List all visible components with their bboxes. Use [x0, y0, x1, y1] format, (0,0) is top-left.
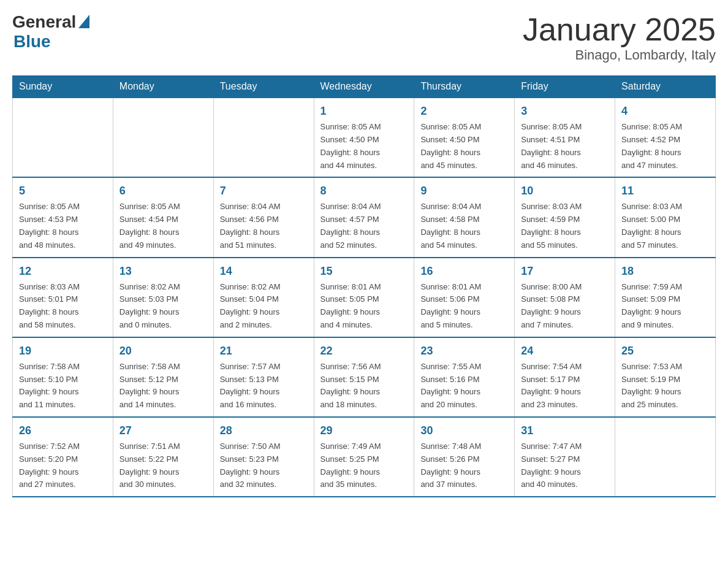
calendar-cell: 6Sunrise: 8:05 AMSunset: 4:54 PMDaylight…	[113, 177, 213, 257]
calendar-cell: 15Sunrise: 8:01 AMSunset: 5:05 PMDayligh…	[314, 258, 414, 337]
day-number: 8	[320, 183, 408, 199]
day-number: 16	[420, 263, 508, 280]
day-number: 11	[621, 183, 709, 199]
calendar-cell: 10Sunrise: 8:03 AMSunset: 4:59 PMDayligh…	[515, 177, 615, 257]
calendar-cell: 16Sunrise: 8:01 AMSunset: 5:06 PMDayligh…	[414, 258, 515, 337]
day-info: Sunrise: 7:48 AMSunset: 5:26 PMDaylight:…	[420, 440, 508, 491]
page-header: General Blue January 2025 Binago, Lombar…	[12, 12, 716, 63]
calendar-cell: 5Sunrise: 8:05 AMSunset: 4:53 PMDaylight…	[13, 177, 113, 257]
calendar-cell: 23Sunrise: 7:55 AMSunset: 5:16 PMDayligh…	[414, 337, 515, 417]
day-number: 23	[420, 343, 508, 359]
day-number: 20	[119, 343, 207, 359]
calendar-cell: 7Sunrise: 8:04 AMSunset: 4:56 PMDaylight…	[213, 177, 314, 257]
logo: General Blue	[12, 12, 89, 52]
calendar-cell: 2Sunrise: 8:05 AMSunset: 4:50 PMDaylight…	[414, 98, 515, 177]
day-info: Sunrise: 8:01 AMSunset: 5:05 PMDaylight:…	[320, 281, 408, 332]
calendar-cell: 4Sunrise: 8:05 AMSunset: 4:52 PMDaylight…	[615, 98, 716, 177]
day-number: 7	[220, 183, 308, 199]
day-info: Sunrise: 8:05 AMSunset: 4:50 PMDaylight:…	[420, 121, 508, 172]
day-number: 12	[19, 263, 107, 280]
weekday-header: Friday	[515, 76, 615, 98]
day-info: Sunrise: 8:02 AMSunset: 5:03 PMDaylight:…	[119, 281, 207, 332]
day-number: 5	[19, 183, 107, 199]
calendar-cell: 13Sunrise: 8:02 AMSunset: 5:03 PMDayligh…	[113, 258, 213, 337]
day-number: 19	[19, 343, 107, 359]
day-info: Sunrise: 7:58 AMSunset: 5:10 PMDaylight:…	[19, 361, 107, 412]
day-number: 18	[621, 263, 709, 280]
day-info: Sunrise: 8:01 AMSunset: 5:06 PMDaylight:…	[420, 281, 508, 332]
calendar-subtitle: Binago, Lombardy, Italy	[523, 47, 716, 63]
calendar-cell: 21Sunrise: 7:57 AMSunset: 5:13 PMDayligh…	[213, 337, 314, 417]
day-info: Sunrise: 7:51 AMSunset: 5:22 PMDaylight:…	[119, 440, 207, 491]
day-number: 2	[420, 103, 508, 120]
day-info: Sunrise: 7:56 AMSunset: 5:15 PMDaylight:…	[320, 361, 408, 412]
weekday-header: Thursday	[414, 76, 515, 98]
day-info: Sunrise: 7:54 AMSunset: 5:17 PMDaylight:…	[521, 361, 609, 412]
day-info: Sunrise: 8:03 AMSunset: 5:00 PMDaylight:…	[621, 201, 709, 251]
day-number: 30	[420, 423, 508, 439]
calendar-cell: 20Sunrise: 7:58 AMSunset: 5:12 PMDayligh…	[113, 337, 213, 417]
day-number: 22	[320, 343, 408, 359]
day-number: 25	[621, 343, 709, 359]
calendar-cell: 30Sunrise: 7:48 AMSunset: 5:26 PMDayligh…	[414, 417, 515, 497]
day-number: 31	[521, 423, 609, 439]
day-number: 14	[220, 263, 308, 280]
day-number: 10	[521, 183, 609, 199]
calendar-week-row: 1Sunrise: 8:05 AMSunset: 4:50 PMDaylight…	[13, 98, 716, 177]
day-number: 29	[320, 423, 408, 439]
calendar-cell: 24Sunrise: 7:54 AMSunset: 5:17 PMDayligh…	[515, 337, 615, 417]
weekday-header: Monday	[113, 76, 213, 98]
day-number: 24	[521, 343, 609, 359]
day-info: Sunrise: 7:58 AMSunset: 5:12 PMDaylight:…	[119, 361, 207, 412]
calendar-cell: 17Sunrise: 8:00 AMSunset: 5:08 PMDayligh…	[515, 258, 615, 337]
calendar-cell: 27Sunrise: 7:51 AMSunset: 5:22 PMDayligh…	[113, 417, 213, 497]
logo-general-text: General	[12, 12, 76, 32]
day-info: Sunrise: 8:05 AMSunset: 4:53 PMDaylight:…	[19, 201, 107, 251]
calendar-cell	[13, 98, 113, 177]
day-info: Sunrise: 7:59 AMSunset: 5:09 PMDaylight:…	[621, 281, 709, 332]
day-number: 13	[119, 263, 207, 280]
calendar-cell: 1Sunrise: 8:05 AMSunset: 4:50 PMDaylight…	[314, 98, 414, 177]
calendar-cell: 26Sunrise: 7:52 AMSunset: 5:20 PMDayligh…	[13, 417, 113, 497]
day-info: Sunrise: 8:04 AMSunset: 4:57 PMDaylight:…	[320, 201, 408, 251]
day-info: Sunrise: 8:03 AMSunset: 5:01 PMDaylight:…	[19, 281, 107, 332]
day-number: 4	[621, 103, 709, 120]
calendar-cell: 8Sunrise: 8:04 AMSunset: 4:57 PMDaylight…	[314, 177, 414, 257]
day-info: Sunrise: 8:04 AMSunset: 4:56 PMDaylight:…	[220, 201, 308, 251]
calendar-cell: 28Sunrise: 7:50 AMSunset: 5:23 PMDayligh…	[213, 417, 314, 497]
calendar-cell	[113, 98, 213, 177]
calendar-week-row: 19Sunrise: 7:58 AMSunset: 5:10 PMDayligh…	[13, 337, 716, 417]
calendar-cell: 11Sunrise: 8:03 AMSunset: 5:00 PMDayligh…	[615, 177, 716, 257]
day-number: 26	[19, 423, 107, 439]
day-number: 9	[420, 183, 508, 199]
day-number: 3	[521, 103, 609, 120]
calendar-week-row: 5Sunrise: 8:05 AMSunset: 4:53 PMDaylight…	[13, 177, 716, 257]
calendar-table: SundayMondayTuesdayWednesdayThursdayFrid…	[12, 75, 716, 497]
weekday-header: Saturday	[615, 76, 716, 98]
day-number: 15	[320, 263, 408, 280]
day-number: 17	[521, 263, 609, 280]
calendar-cell: 29Sunrise: 7:49 AMSunset: 5:25 PMDayligh…	[314, 417, 414, 497]
calendar-cell: 12Sunrise: 8:03 AMSunset: 5:01 PMDayligh…	[13, 258, 113, 337]
day-number: 27	[119, 423, 207, 439]
day-info: Sunrise: 8:00 AMSunset: 5:08 PMDaylight:…	[521, 281, 609, 332]
calendar-cell: 14Sunrise: 8:02 AMSunset: 5:04 PMDayligh…	[213, 258, 314, 337]
day-number: 1	[320, 103, 408, 120]
logo-triangle-icon	[78, 15, 89, 28]
calendar-cell: 31Sunrise: 7:47 AMSunset: 5:27 PMDayligh…	[515, 417, 615, 497]
day-info: Sunrise: 7:50 AMSunset: 5:23 PMDaylight:…	[220, 440, 308, 491]
calendar-cell: 18Sunrise: 7:59 AMSunset: 5:09 PMDayligh…	[615, 258, 716, 337]
day-info: Sunrise: 8:05 AMSunset: 4:51 PMDaylight:…	[521, 121, 609, 172]
day-info: Sunrise: 7:55 AMSunset: 5:16 PMDaylight:…	[420, 361, 508, 412]
day-info: Sunrise: 8:05 AMSunset: 4:52 PMDaylight:…	[621, 121, 709, 172]
day-number: 21	[220, 343, 308, 359]
day-info: Sunrise: 7:52 AMSunset: 5:20 PMDaylight:…	[19, 440, 107, 491]
calendar-title: January 2025	[523, 12, 716, 47]
calendar-cell: 19Sunrise: 7:58 AMSunset: 5:10 PMDayligh…	[13, 337, 113, 417]
day-info: Sunrise: 8:04 AMSunset: 4:58 PMDaylight:…	[420, 201, 508, 251]
calendar-cell: 22Sunrise: 7:56 AMSunset: 5:15 PMDayligh…	[314, 337, 414, 417]
day-info: Sunrise: 8:05 AMSunset: 4:54 PMDaylight:…	[119, 201, 207, 251]
calendar-cell: 25Sunrise: 7:53 AMSunset: 5:19 PMDayligh…	[615, 337, 716, 417]
weekday-header: Wednesday	[314, 76, 414, 98]
day-info: Sunrise: 7:49 AMSunset: 5:25 PMDaylight:…	[320, 440, 408, 491]
